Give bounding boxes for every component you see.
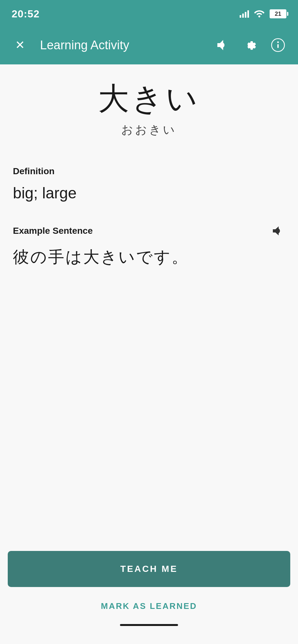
close-button[interactable]: ✕	[12, 37, 28, 53]
app-bar: ✕ Learning Activity	[0, 26, 298, 64]
signal-icon	[240, 10, 249, 18]
bottom-section: TEACH ME MARK AS LEARNED	[0, 551, 298, 644]
example-header: Example Sentence	[13, 223, 285, 239]
app-bar-actions	[213, 37, 286, 53]
status-time: 20:52	[12, 8, 40, 20]
svg-point-2	[277, 42, 279, 43]
teach-me-button[interactable]: TEACH ME	[8, 551, 290, 587]
gear-icon	[243, 39, 256, 52]
wifi-icon	[254, 8, 264, 20]
spacer	[13, 268, 285, 535]
definition-text: big; large	[13, 184, 285, 202]
battery-icon: 21	[270, 9, 286, 18]
definition-section: Definition big; large	[13, 161, 285, 217]
settings-button[interactable]	[241, 37, 258, 53]
example-sentence-text: 彼の手は大きいです。	[13, 246, 285, 268]
sound-button[interactable]	[213, 37, 230, 53]
status-bar: 20:52 21	[0, 0, 298, 26]
close-icon: ✕	[15, 39, 25, 51]
info-circle-icon	[271, 38, 285, 52]
word-section: 大きい おおきい	[13, 80, 285, 146]
battery-level: 21	[275, 11, 281, 17]
home-indicator	[120, 624, 178, 626]
kanji-display: 大きい	[13, 80, 285, 117]
example-sentence-label: Example Sentence	[13, 226, 93, 236]
volume-icon	[215, 39, 228, 52]
definition-label: Definition	[13, 166, 285, 176]
mark-as-learned-button[interactable]: MARK AS LEARNED	[0, 596, 298, 616]
svg-rect-1	[277, 44, 279, 48]
hiragana-display: おおきい	[13, 122, 285, 138]
page-title: Learning Activity	[40, 38, 205, 52]
main-content: 大きい おおきい Definition big; large Example S…	[0, 64, 298, 551]
info-button[interactable]	[270, 37, 286, 53]
status-icons: 21	[240, 8, 286, 20]
example-sound-button[interactable]	[268, 223, 285, 239]
example-sentence-section: Example Sentence 彼の手は大きいです。	[13, 217, 285, 268]
example-volume-icon	[270, 224, 284, 238]
